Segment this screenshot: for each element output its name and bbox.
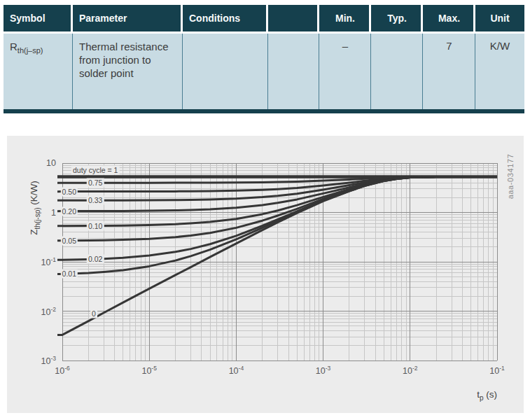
x-tick-label: 10-4	[229, 365, 244, 376]
curve-label-0.75: 0.75	[87, 178, 104, 188]
cell-min: –	[319, 34, 371, 109]
x-tick-label: 10-5	[141, 365, 156, 376]
curve-label-0: 0	[90, 309, 97, 318]
table-header-row: Symbol Parameter Conditions Min. Typ. Ma…	[4, 5, 524, 31]
y-tick-label: 10-2	[41, 305, 56, 316]
y-axis-title: Zth(j-sp) (K/W)	[29, 181, 41, 235]
curve-label-duty-cycle-1: duty cycle = 1	[71, 166, 120, 175]
y-tick-label: 10-1	[41, 256, 56, 267]
header-typ: Typ.	[371, 5, 423, 31]
thermal-characteristics-table: Symbol Parameter Conditions Min. Typ. Ma…	[4, 5, 524, 113]
datasheet-page: Symbol Parameter Conditions Min. Typ. Ma…	[0, 0, 530, 420]
cell-conditions	[183, 34, 268, 109]
cell-typ	[371, 34, 423, 109]
cell-max: 7	[423, 34, 475, 109]
header-parameter: Parameter	[73, 5, 183, 31]
cell-unit: K/W	[475, 34, 524, 109]
header-conditions: Conditions	[183, 5, 268, 31]
x-axis-title: tp (s)	[477, 389, 497, 402]
curve-label-0.10: 0.10	[87, 221, 104, 230]
curve-label-0.02: 0.02	[87, 255, 104, 264]
header-unit: Unit	[475, 5, 524, 31]
x-tick-label: 10-6	[55, 365, 69, 376]
figure-id-watermark: aaa-034177	[506, 154, 515, 200]
header-min: Min.	[319, 5, 371, 31]
y-tick-label: 1	[51, 208, 56, 218]
y-tick-label: 10-3	[41, 355, 56, 366]
curve-label-0.01: 0.01	[61, 270, 78, 279]
curve-label-0.05: 0.05	[61, 236, 78, 245]
cell-blank	[268, 34, 319, 109]
x-tick-label: 10-2	[403, 365, 417, 376]
cell-symbol: Rth(j–sp)	[4, 34, 73, 109]
y-tick-label: 10	[46, 158, 56, 168]
zth-chart-plot	[7, 136, 524, 413]
y-axis-symbol: Z	[29, 230, 39, 235]
symbol-subscript: th(j–sp)	[18, 46, 43, 55]
header-symbol: Symbol	[4, 5, 73, 31]
curve-label-0.20: 0.20	[61, 206, 78, 216]
curve-label-0.50: 0.50	[61, 187, 78, 196]
curve-label-0.33: 0.33	[87, 196, 104, 205]
x-tick-label: 10-3	[316, 365, 330, 376]
zth-chart-panel: duty cycle = 10.750.500.330.200.100.050.…	[7, 136, 524, 413]
table-row: Rth(j–sp) Thermal resistance from juncti…	[4, 34, 524, 113]
header-max: Max.	[423, 5, 475, 31]
x-tick-label: 10-1	[489, 365, 504, 376]
header-blank	[268, 5, 319, 31]
y-axis-unit: (K/W)	[29, 181, 39, 207]
x-axis-unit: (s)	[484, 389, 498, 400]
y-axis-subscript: th(j-sp)	[34, 207, 41, 229]
cell-parameter: Thermal resistance from junction to sold…	[73, 34, 183, 109]
symbol-base: R	[10, 41, 18, 52]
